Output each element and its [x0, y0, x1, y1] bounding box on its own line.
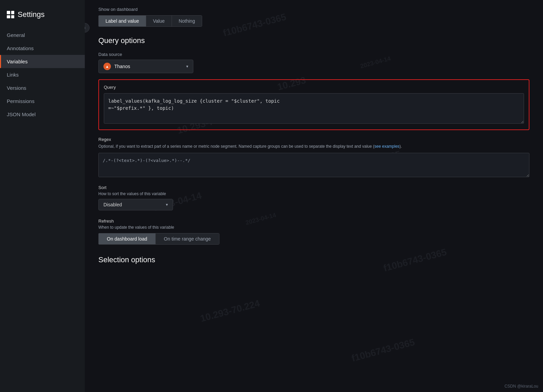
sidebar-item-label: Variables	[7, 59, 27, 64]
selection-options-title: Selection options	[98, 255, 529, 264]
show-label-and-value-button[interactable]: Label and value	[98, 15, 146, 27]
sort-chevron-icon: ▾	[166, 202, 168, 207]
sort-description: How to sort the values of this variable	[98, 191, 529, 196]
show-on-dashboard-btn-group: Label and value Value Nothing	[98, 15, 202, 27]
show-value-button[interactable]: Value	[146, 15, 172, 27]
sidebar-item-label: Annotations	[7, 45, 34, 51]
sidebar-item-label: Links	[7, 72, 19, 78]
refresh-label: Refresh	[98, 219, 529, 224]
on-dashboard-load-button[interactable]: On dashboard load	[98, 233, 155, 245]
sidebar-item-variables[interactable]: Variables	[0, 55, 85, 68]
sidebar-item-label: JSON Model	[7, 111, 36, 117]
query-textarea[interactable]: label_values(kafka_log_log_size {cluster…	[104, 93, 524, 124]
settings-grid-icon	[7, 11, 14, 18]
sort-section: Sort How to sort the values of this vari…	[98, 185, 529, 210]
sidebar-item-versions[interactable]: Versions	[0, 81, 85, 95]
datasource-chevron-icon: ▾	[186, 64, 188, 69]
show-nothing-button[interactable]: Nothing	[172, 15, 202, 27]
regex-section: Regex Optional, if you want to extract p…	[98, 137, 529, 185]
datasource-section: Data source ▲ Thanos ▾	[98, 52, 529, 73]
sidebar-nav: General Annotations Variables Links Vers…	[0, 28, 85, 121]
datasource-select[interactable]: ▲ Thanos ▾	[98, 60, 193, 73]
sidebar-title: Settings	[0, 7, 85, 28]
on-time-range-change-button[interactable]: On time range change	[155, 233, 219, 245]
see-examples-link[interactable]: see examples	[374, 144, 400, 149]
sidebar-item-permissions[interactable]: Permissions	[0, 95, 85, 108]
sidebar-item-json-model[interactable]: JSON Model	[0, 108, 85, 121]
query-container: Query label_values(kafka_log_log_size {c…	[98, 79, 529, 130]
show-on-dashboard-label: Show on dashboard	[98, 7, 529, 12]
sidebar-item-label: General	[7, 32, 25, 38]
regex-textarea[interactable]: /.*-(?<text>.*)-(?<value>.*)--.*/	[98, 153, 529, 177]
sidebar-item-label: Permissions	[7, 98, 35, 104]
content-panel: Show on dashboard Label and value Value …	[85, 0, 543, 392]
sidebar-item-links[interactable]: Links	[0, 68, 85, 81]
query-label: Query	[104, 85, 524, 90]
sidebar: Settings General Annotations Variables L…	[0, 0, 85, 392]
sidebar-item-general[interactable]: General	[0, 28, 85, 42]
regex-description-start: Optional, if you want to extract part of…	[98, 144, 374, 149]
datasource-name: Thanos	[114, 64, 183, 69]
chevron-left-icon: ‹	[85, 25, 85, 30]
sort-dropdown[interactable]: Disabled ▾	[98, 199, 173, 210]
regex-label: Regex	[98, 137, 529, 142]
sort-value: Disabled	[103, 202, 166, 207]
regex-description: Optional, if you want to extract part of…	[98, 143, 529, 149]
query-options-title: Query options	[98, 36, 529, 45]
refresh-description: When to update the values of this variab…	[98, 225, 529, 230]
datasource-label: Data source	[98, 52, 529, 57]
sidebar-item-label: Versions	[7, 85, 26, 91]
csdn-credit: CSDN @kiraraLou	[504, 384, 538, 389]
refresh-section: Refresh When to update the values of thi…	[98, 219, 529, 245]
show-on-dashboard-section: Show on dashboard Label and value Value …	[98, 7, 529, 27]
thanos-icon-symbol: ▲	[105, 64, 109, 68]
regex-description-end: ).	[400, 144, 402, 149]
sort-label: Sort	[98, 185, 529, 190]
sidebar-title-text: Settings	[18, 10, 45, 19]
main-area: f10b6743-0365 2023-04-14 10.293-70.224 f…	[85, 0, 543, 392]
thanos-icon: ▲	[103, 63, 111, 70]
refresh-btn-group: On dashboard load On time range change	[98, 233, 219, 245]
sidebar-item-annotations[interactable]: Annotations	[0, 42, 85, 55]
